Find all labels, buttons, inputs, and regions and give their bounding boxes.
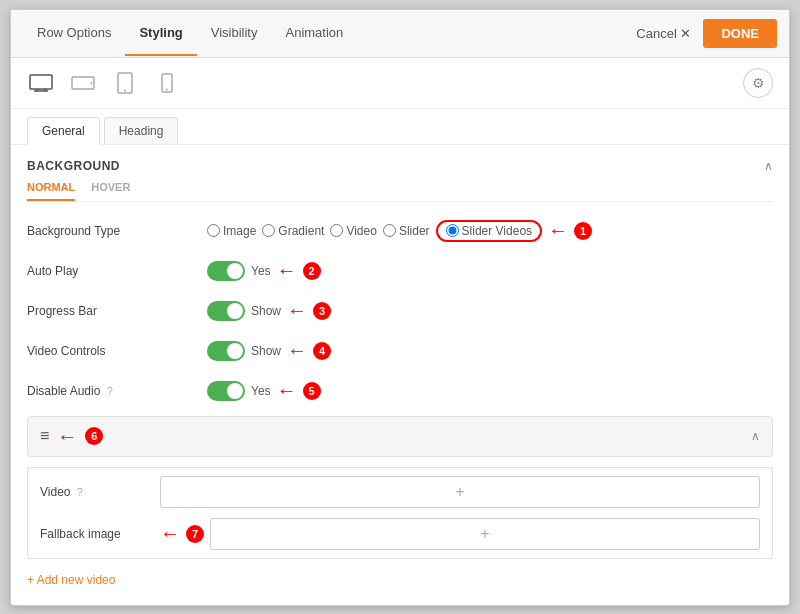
annotation-num-4: 4 [313, 342, 331, 360]
normal-hover-tab-bar: NORMAL HOVER [27, 181, 773, 202]
svg-point-5 [91, 82, 93, 84]
progress-bar-controls: Show ← 3 [207, 299, 773, 322]
annotation-arrow-2: ← [277, 259, 297, 282]
annotation-num-3: 3 [313, 302, 331, 320]
radio-video[interactable]: Video [330, 224, 376, 238]
svg-point-9 [166, 88, 168, 90]
radio-slider[interactable]: Slider [383, 224, 430, 238]
progress-bar-value: Show [251, 304, 281, 318]
video-section-box: Video ? + Fallback image ← 7 + [27, 467, 773, 559]
annotation-arrow-6: ← [57, 425, 77, 448]
background-section-header: BACKGROUND ∧ [27, 159, 773, 173]
disable-audio-controls: Yes ← 5 [207, 379, 773, 402]
disable-audio-label: Disable Audio ? [27, 384, 207, 398]
annotation-arrow-3: ← [287, 299, 307, 322]
video-controls-toggle[interactable] [207, 341, 245, 361]
video-add-button[interactable]: + [160, 476, 760, 508]
disable-audio-value: Yes [251, 384, 271, 398]
device-desktop-icon[interactable] [27, 72, 55, 94]
tab-visibility[interactable]: Visibility [197, 11, 272, 56]
device-tablet-landscape-icon[interactable] [69, 72, 97, 94]
background-title: BACKGROUND [27, 159, 120, 173]
add-new-video-link[interactable]: + Add new video [27, 569, 773, 591]
video-help-icon[interactable]: ? [77, 486, 83, 498]
tab-animation[interactable]: Animation [271, 11, 357, 56]
video-controls-controls: Show ← 4 [207, 339, 773, 362]
svg-rect-0 [30, 75, 52, 89]
video-controls-value: Show [251, 344, 281, 358]
content-area: BACKGROUND ∧ NORMAL HOVER Background Typ… [11, 145, 789, 605]
annotation-num-2: 2 [303, 262, 321, 280]
collapse-background-icon[interactable]: ∧ [764, 159, 773, 173]
fallback-add-button[interactable]: + [210, 518, 760, 550]
background-type-controls: Image Gradient Video Slider S [207, 219, 773, 242]
annotation-num-7: 7 [186, 525, 204, 543]
device-mobile-icon[interactable] [153, 72, 181, 94]
annotation-num-6: 6 [85, 427, 103, 445]
fallback-image-label: Fallback image [40, 527, 160, 541]
annotation-arrow-5: ← [277, 379, 297, 402]
svg-point-7 [124, 89, 126, 91]
subtab-heading[interactable]: Heading [104, 117, 179, 144]
annotation-arrow-7: ← [160, 522, 180, 545]
annotation-num-1: 1 [574, 222, 592, 240]
video-field-row: Video ? + [40, 476, 760, 508]
device-tablet-portrait-icon[interactable] [111, 72, 139, 94]
tab-normal[interactable]: NORMAL [27, 181, 75, 201]
disable-audio-help-icon[interactable]: ? [107, 385, 113, 397]
settings-icon[interactable]: ⚙ [743, 68, 773, 98]
progress-bar-toggle[interactable] [207, 301, 245, 321]
background-type-row: Background Type Image Gradient Video Sli… [27, 216, 773, 246]
hamburger-icon[interactable]: ≡ [40, 427, 49, 445]
sub-tab-bar: General Heading [11, 109, 789, 145]
video-controls-row: Video Controls Show ← 4 [27, 336, 773, 366]
main-panel: Row Options Styling Visibility Animation… [10, 9, 790, 606]
device-row: ⚙ [11, 58, 789, 109]
annotation-arrow-1: ← [548, 219, 568, 242]
subtab-general[interactable]: General [27, 117, 100, 145]
auto-play-value: Yes [251, 264, 271, 278]
video-field-label: Video ? [40, 485, 160, 499]
auto-play-row: Auto Play Yes ← 2 [27, 256, 773, 286]
top-tab-bar: Row Options Styling Visibility Animation… [11, 10, 789, 58]
done-button[interactable]: DONE [703, 19, 777, 48]
collapse-video-item-icon[interactable]: ∧ [751, 429, 760, 443]
background-type-label: Background Type [27, 224, 207, 238]
video-controls-label: Video Controls [27, 344, 207, 358]
progress-bar-label: Progress Bar [27, 304, 207, 318]
progress-bar-row: Progress Bar Show ← 3 [27, 296, 773, 326]
radio-image[interactable]: Image [207, 224, 256, 238]
radio-gradient[interactable]: Gradient [262, 224, 324, 238]
video-item-row: ≡ ← 6 ∧ [27, 416, 773, 457]
annotation-num-5: 5 [303, 382, 321, 400]
cancel-button[interactable]: Cancel ✕ [636, 26, 691, 41]
auto-play-controls: Yes ← 2 [207, 259, 773, 282]
disable-audio-row: Disable Audio ? Yes ← 5 [27, 376, 773, 406]
radio-slider-videos-highlight: Slider Videos [436, 220, 543, 242]
tab-styling[interactable]: Styling [125, 11, 196, 56]
tab-hover[interactable]: HOVER [91, 181, 130, 201]
radio-slider-videos[interactable]: Slider Videos [446, 224, 533, 238]
fallback-image-row: Fallback image ← 7 + [40, 518, 760, 550]
tab-row-options[interactable]: Row Options [23, 11, 125, 56]
auto-play-toggle[interactable] [207, 261, 245, 281]
auto-play-label: Auto Play [27, 264, 207, 278]
annotation-arrow-4: ← [287, 339, 307, 362]
disable-audio-toggle[interactable] [207, 381, 245, 401]
